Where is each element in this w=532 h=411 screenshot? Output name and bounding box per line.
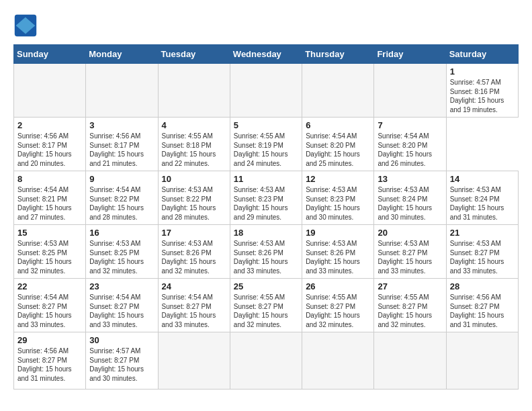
calendar-cell <box>158 332 230 390</box>
day-info: Sunrise: 4:56 AMSunset: 8:27 PMDaylight:… <box>17 347 82 383</box>
day-number: 20 <box>378 228 442 238</box>
calendar-cell: 12Sunrise: 4:53 AMSunset: 8:23 PMDayligh… <box>302 171 374 225</box>
logo-icon <box>13 13 38 38</box>
calendar-header-row: Sunday Monday Tuesday Wednesday Thursday… <box>14 45 519 64</box>
day-info: Sunrise: 4:56 AMSunset: 8:17 PMDaylight:… <box>17 132 82 168</box>
header <box>13 13 519 38</box>
day-info: Sunrise: 4:53 AMSunset: 8:25 PMDaylight:… <box>89 239 154 275</box>
day-info: Sunrise: 4:54 AMSunset: 8:27 PMDaylight:… <box>162 293 226 329</box>
calendar-cell <box>302 332 374 390</box>
day-info: Sunrise: 4:54 AMSunset: 8:21 PMDaylight:… <box>17 185 82 222</box>
col-monday: Monday <box>86 45 158 64</box>
calendar-cell: 9Sunrise: 4:54 AMSunset: 8:22 PMDaylight… <box>86 171 158 225</box>
calendar-cell: 14Sunrise: 4:53 AMSunset: 8:24 PMDayligh… <box>446 171 518 225</box>
day-number: 21 <box>450 228 515 238</box>
calendar-cell: 24Sunrise: 4:54 AMSunset: 8:27 PMDayligh… <box>158 279 230 332</box>
day-info: Sunrise: 4:54 AMSunset: 8:20 PMDaylight:… <box>378 132 442 168</box>
calendar-cell: 5Sunrise: 4:55 AMSunset: 8:19 PMDaylight… <box>230 118 302 171</box>
col-friday: Friday <box>374 45 446 64</box>
day-number: 25 <box>234 281 298 291</box>
day-number: 17 <box>162 228 226 238</box>
col-wednesday: Wednesday <box>230 45 302 64</box>
calendar-table: Sunday Monday Tuesday Wednesday Thursday… <box>13 44 519 390</box>
calendar-cell: 2Sunrise: 4:56 AMSunset: 8:17 PMDaylight… <box>14 118 86 171</box>
day-info: Sunrise: 4:54 AMSunset: 8:20 PMDaylight:… <box>306 132 370 168</box>
calendar-cell <box>158 64 230 118</box>
day-number: 24 <box>162 281 226 291</box>
calendar-cell <box>86 64 158 118</box>
day-info: Sunrise: 4:55 AMSunset: 8:27 PMDaylight:… <box>306 293 370 329</box>
col-tuesday: Tuesday <box>158 45 230 64</box>
calendar-week-row: 29Sunrise: 4:56 AMSunset: 8:27 PMDayligh… <box>14 332 519 390</box>
day-info: Sunrise: 4:53 AMSunset: 8:22 PMDaylight:… <box>162 185 226 222</box>
day-number: 23 <box>89 281 154 291</box>
calendar-cell: 28Sunrise: 4:56 AMSunset: 8:27 PMDayligh… <box>446 279 518 332</box>
calendar-cell: 10Sunrise: 4:53 AMSunset: 8:22 PMDayligh… <box>158 171 230 225</box>
day-info: Sunrise: 4:54 AMSunset: 8:27 PMDaylight:… <box>89 293 154 329</box>
day-info: Sunrise: 4:53 AMSunset: 8:26 PMDaylight:… <box>162 239 226 275</box>
calendar-cell <box>302 64 374 118</box>
day-info: Sunrise: 4:53 AMSunset: 8:23 PMDaylight:… <box>306 185 370 222</box>
calendar-cell: 15Sunrise: 4:53 AMSunset: 8:25 PMDayligh… <box>14 225 86 279</box>
day-info: Sunrise: 4:53 AMSunset: 8:26 PMDaylight:… <box>306 239 370 275</box>
day-number: 27 <box>378 281 442 291</box>
day-number: 10 <box>162 174 226 184</box>
day-info: Sunrise: 4:53 AMSunset: 8:25 PMDaylight:… <box>17 239 82 275</box>
day-info: Sunrise: 4:53 AMSunset: 8:26 PMDaylight:… <box>234 239 298 275</box>
calendar-cell: 27Sunrise: 4:55 AMSunset: 8:27 PMDayligh… <box>374 279 446 332</box>
day-number: 1 <box>450 66 515 77</box>
day-info: Sunrise: 4:53 AMSunset: 8:24 PMDaylight:… <box>450 185 515 222</box>
calendar-cell: 7Sunrise: 4:54 AMSunset: 8:20 PMDaylight… <box>374 118 446 171</box>
calendar-cell <box>446 332 518 390</box>
calendar-cell: 30Sunrise: 4:57 AMSunset: 8:27 PMDayligh… <box>86 332 158 390</box>
logo <box>13 13 42 38</box>
day-number: 12 <box>306 174 370 184</box>
col-thursday: Thursday <box>302 45 374 64</box>
calendar-cell: 1Sunrise: 4:57 AMSunset: 8:16 PMDaylight… <box>446 64 518 118</box>
calendar-cell <box>230 64 302 118</box>
day-info: Sunrise: 4:55 AMSunset: 8:27 PMDaylight:… <box>234 293 298 329</box>
calendar-cell: 21Sunrise: 4:53 AMSunset: 8:27 PMDayligh… <box>446 225 518 279</box>
day-info: Sunrise: 4:57 AMSunset: 8:16 PMDaylight:… <box>450 78 515 114</box>
day-number: 9 <box>89 174 154 184</box>
day-number: 6 <box>306 120 370 130</box>
calendar-week-row: 8Sunrise: 4:54 AMSunset: 8:21 PMDaylight… <box>14 171 519 225</box>
day-number: 4 <box>162 120 226 130</box>
calendar-cell: 22Sunrise: 4:54 AMSunset: 8:27 PMDayligh… <box>14 279 86 332</box>
calendar-cell: 29Sunrise: 4:56 AMSunset: 8:27 PMDayligh… <box>14 332 86 390</box>
calendar-cell <box>374 332 446 390</box>
day-number: 3 <box>89 120 154 130</box>
day-info: Sunrise: 4:53 AMSunset: 8:23 PMDaylight:… <box>234 185 298 222</box>
day-number: 2 <box>17 120 82 130</box>
day-info: Sunrise: 4:55 AMSunset: 8:19 PMDaylight:… <box>234 132 298 168</box>
calendar-cell: 16Sunrise: 4:53 AMSunset: 8:25 PMDayligh… <box>86 225 158 279</box>
calendar-cell <box>14 64 86 118</box>
day-info: Sunrise: 4:54 AMSunset: 8:27 PMDaylight:… <box>17 293 82 329</box>
calendar-cell: 26Sunrise: 4:55 AMSunset: 8:27 PMDayligh… <box>302 279 374 332</box>
day-info: Sunrise: 4:55 AMSunset: 8:27 PMDaylight:… <box>378 293 442 329</box>
calendar-cell: 13Sunrise: 4:53 AMSunset: 8:24 PMDayligh… <box>374 171 446 225</box>
day-number: 29 <box>17 335 82 345</box>
day-number: 15 <box>17 228 82 238</box>
day-info: Sunrise: 4:53 AMSunset: 8:24 PMDaylight:… <box>378 185 442 222</box>
calendar-cell: 23Sunrise: 4:54 AMSunset: 8:27 PMDayligh… <box>86 279 158 332</box>
day-number: 14 <box>450 174 515 184</box>
calendar-week-row: 22Sunrise: 4:54 AMSunset: 8:27 PMDayligh… <box>14 279 519 332</box>
calendar-cell <box>374 64 446 118</box>
calendar-cell: 8Sunrise: 4:54 AMSunset: 8:21 PMDaylight… <box>14 171 86 225</box>
day-number: 26 <box>306 281 370 291</box>
day-number: 18 <box>234 228 298 238</box>
day-info: Sunrise: 4:53 AMSunset: 8:27 PMDaylight:… <box>450 239 515 275</box>
calendar-cell: 4Sunrise: 4:55 AMSunset: 8:18 PMDaylight… <box>158 118 230 171</box>
calendar-cell: 17Sunrise: 4:53 AMSunset: 8:26 PMDayligh… <box>158 225 230 279</box>
day-number: 30 <box>89 335 154 345</box>
calendar-cell <box>230 332 302 390</box>
calendar-cell: 25Sunrise: 4:55 AMSunset: 8:27 PMDayligh… <box>230 279 302 332</box>
day-info: Sunrise: 4:56 AMSunset: 8:27 PMDaylight:… <box>450 293 515 329</box>
day-number: 7 <box>378 120 442 130</box>
day-info: Sunrise: 4:57 AMSunset: 8:27 PMDaylight:… <box>89 347 154 383</box>
day-info: Sunrise: 4:53 AMSunset: 8:27 PMDaylight:… <box>378 239 442 275</box>
day-number: 8 <box>17 174 82 184</box>
day-number: 5 <box>234 120 298 130</box>
day-number: 16 <box>89 228 154 238</box>
